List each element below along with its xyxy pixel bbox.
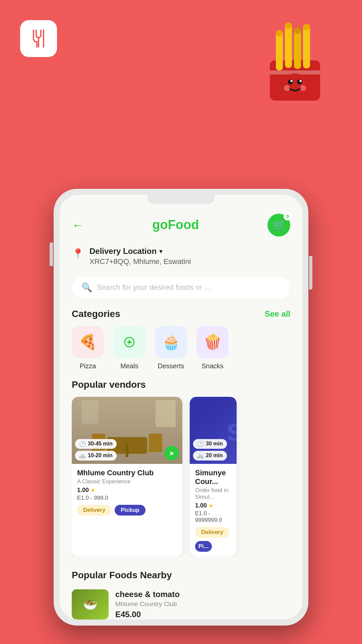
svg-rect-7 xyxy=(285,23,292,29)
pickup-tag-1: Pickup xyxy=(115,505,145,516)
delivery-time-badge-1: 🕐 30-45 min xyxy=(75,439,117,449)
vendor-card-2[interactable]: stu 🕐 30 min 🚲 20 min xyxy=(190,397,237,556)
phone-outer: ← goFood 🛒 0 📍 Delivery Location ▾ xyxy=(54,189,308,626)
vendor-price-1: E1.0 - 999.0 xyxy=(77,495,177,501)
food-name-1: cheese & tomato xyxy=(115,590,180,599)
vendor-name-2: Simunye Cour... xyxy=(195,469,231,486)
vendor-desc-2: Order food in Simut... xyxy=(195,487,231,500)
svg-point-13 xyxy=(291,80,293,82)
bike-icon: 🚲 xyxy=(79,452,86,459)
back-button[interactable]: ← xyxy=(72,218,84,232)
popular-vendors-section: Popular vendors xyxy=(60,379,302,563)
cart-button[interactable]: 🛒 0 xyxy=(267,214,290,236)
app-navbar: ← goFood 🛒 0 xyxy=(60,204,302,243)
bike-time-badge-1: 🚲 10-20 min xyxy=(75,451,117,461)
food-thumbnail-1: 🥗 xyxy=(72,589,109,620)
svg-point-11 xyxy=(288,79,293,85)
search-bar[interactable]: 🔍 Search for your desired foods or ... xyxy=(72,276,290,299)
food-details-1: cheese & tomato Mhlume Country Club E45.… xyxy=(115,590,180,619)
cart-icon: 🛒 xyxy=(273,219,285,231)
time-badges-2: 🕐 30 min 🚲 20 min xyxy=(193,439,227,461)
vendor-image-2: stu 🕐 30 min 🚲 20 min xyxy=(190,397,237,464)
vendor-rating-2: 1.00 ★ xyxy=(195,502,231,509)
vendor-price-2: E1.0 - 9999999.0 xyxy=(195,510,231,524)
svg-rect-9 xyxy=(303,24,310,30)
foods-title: Popular Foods Nearby xyxy=(72,570,172,581)
location-pin-icon: 📍 xyxy=(72,248,84,260)
vendor-rating-1: 1.00 ★ xyxy=(77,487,177,494)
desserts-label: Desserts xyxy=(158,362,184,370)
svg-point-10 xyxy=(284,73,306,96)
star-icon-1: ★ xyxy=(90,487,95,493)
categories-header: Categories See all xyxy=(60,309,302,326)
food-vendor-1: Mhlume Country Club xyxy=(115,600,180,608)
svg-rect-4 xyxy=(294,28,301,69)
category-desserts[interactable]: 🧁 Desserts xyxy=(155,326,187,370)
category-pizza[interactable]: 🍕 Pizza xyxy=(72,326,104,370)
cart-badge: 0 xyxy=(284,212,292,220)
app-content: ← goFood 🛒 0 📍 Delivery Location ▾ xyxy=(60,204,302,620)
location-chevron-icon: ▾ xyxy=(159,247,163,255)
search-placeholder: Search for your desired foods or ... xyxy=(97,283,210,292)
rating-number-1: 1.00 xyxy=(77,487,89,494)
navigate-button-1[interactable]: ➤ xyxy=(164,446,179,461)
svg-rect-5 xyxy=(303,24,310,68)
svg-rect-3 xyxy=(285,23,292,68)
phone-screen: ← goFood 🛒 0 📍 Delivery Location ▾ xyxy=(60,195,302,620)
vendor-card-1[interactable]: 🕐 30-45 min 🚲 10-20 min ➤ xyxy=(72,397,182,556)
app-title: goFood xyxy=(152,218,199,232)
time-badges-1: 🕐 30-45 min 🚲 10-20 min xyxy=(75,439,117,461)
vendor-desc-1: A Classic Experience xyxy=(77,478,177,485)
snacks-icon-box: 🍿 xyxy=(196,326,229,358)
vendor-name-1: Mhlume Country Club xyxy=(77,469,177,477)
vendors-title: Popular vendors xyxy=(72,379,146,390)
bike-time-badge-2: 🚲 20 min xyxy=(193,451,227,461)
vendor-info-1: Mhlume Country Club A Classic Experience… xyxy=(72,464,182,520)
foods-header: Popular Foods Nearby xyxy=(72,570,290,584)
svg-point-12 xyxy=(297,79,302,85)
delivery-address: XRC7+8QQ, Mhlume, Eswatini xyxy=(89,257,191,266)
food-price-1: E45.00 xyxy=(115,610,180,619)
vendors-list: 🕐 30-45 min 🚲 10-20 min ➤ xyxy=(72,397,290,556)
vendor-tags-2: Delivery Pi... xyxy=(195,527,231,552)
vendor-image-1: 🕐 30-45 min 🚲 10-20 min ➤ xyxy=(72,397,182,464)
location-text: Delivery Location ▾ XRC7+8QQ, Mhlume, Es… xyxy=(89,247,191,266)
rating-number-2: 1.00 xyxy=(195,502,207,509)
vendor-tags-1: Delivery Pickup xyxy=(77,505,177,516)
phone-notch xyxy=(147,195,215,204)
categories-list: 🍕 Pizza Meal xyxy=(60,326,302,379)
categories-see-all[interactable]: See all xyxy=(265,309,290,319)
category-snacks[interactable]: 🍿 Snacks xyxy=(196,326,229,370)
delivery-tag-2: Delivery xyxy=(195,527,229,538)
food-item-1[interactable]: 🥗 cheese & tomato Mhlume Country Club E4… xyxy=(72,589,290,620)
phone-mockup: ← goFood 🛒 0 📍 Delivery Location ▾ xyxy=(0,189,362,626)
delivery-tag-1: Delivery xyxy=(77,505,111,516)
svg-point-19 xyxy=(128,341,131,343)
location-label-row: Delivery Location ▾ xyxy=(89,247,191,256)
svg-point-15 xyxy=(284,85,290,91)
svg-rect-8 xyxy=(294,28,301,34)
category-meals[interactable]: Meals xyxy=(113,326,145,370)
snacks-label: Snacks xyxy=(201,362,224,370)
svg-point-16 xyxy=(300,85,306,91)
clock-icon-2: 🕐 xyxy=(197,441,204,447)
logo-icon xyxy=(20,20,57,57)
location-section[interactable]: 📍 Delivery Location ▾ XRC7+8QQ, Mhlume, … xyxy=(60,243,302,273)
categories-title: Categories xyxy=(72,309,120,319)
bike-icon-2: 🚲 xyxy=(197,452,204,459)
pizza-icon-box: 🍕 xyxy=(72,326,104,358)
fries-illustration xyxy=(245,10,345,111)
delivery-location-label: Delivery Location xyxy=(89,247,157,256)
clock-icon: 🕐 xyxy=(79,441,86,447)
vendor-info-2: Simunye Cour... Order food in Simut... 1… xyxy=(190,464,237,556)
vendors-header: Popular vendors xyxy=(72,379,290,397)
search-icon: 🔍 xyxy=(81,282,92,293)
desserts-icon-box: 🧁 xyxy=(155,326,187,358)
meals-label: Meals xyxy=(120,362,138,370)
pickup-tag-2: Pi... xyxy=(195,541,212,552)
star-icon-2: ★ xyxy=(208,502,213,509)
svg-point-14 xyxy=(300,80,302,82)
food-image-1: 🥗 xyxy=(72,589,109,620)
popular-foods-section: Popular Foods Nearby 🥗 cheese & tomato M… xyxy=(60,563,302,620)
meals-icon-box xyxy=(113,326,145,358)
